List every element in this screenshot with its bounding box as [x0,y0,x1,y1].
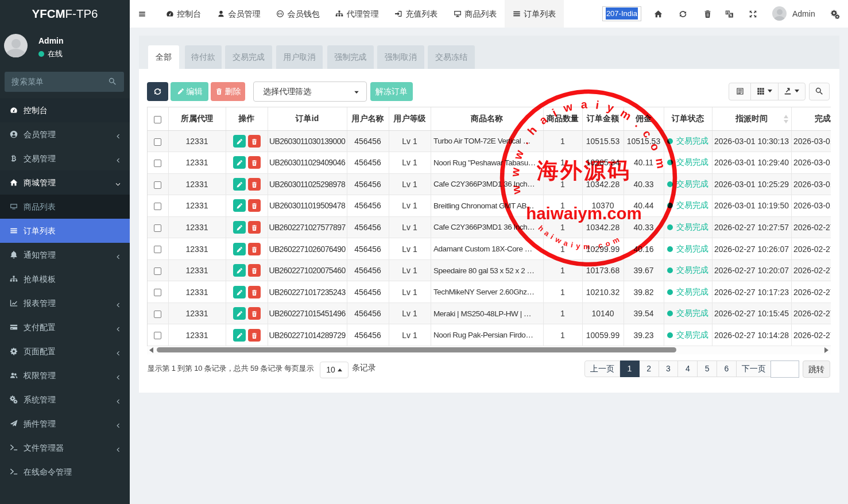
svg-text:haiwaiym.com: haiwaiym.com [526,204,642,223]
svg-text:海外源码: 海外源码 [536,158,631,183]
svg-text:haiwaiym.com: haiwaiym.com [536,224,622,251]
